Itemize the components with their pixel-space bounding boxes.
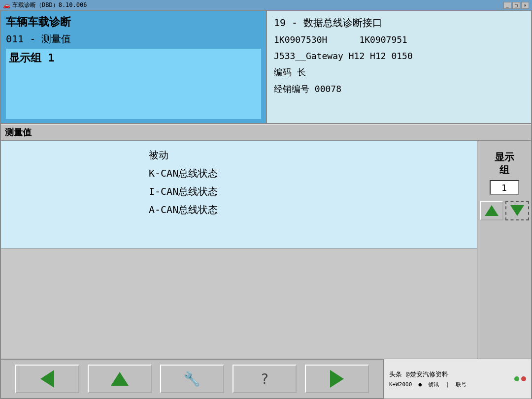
status-text: 头条 @楚安汽修资料 K+W2000 ● 侦讯 | 联号 <box>389 370 509 388</box>
help-icon: ? <box>261 371 269 387</box>
part-number-1: 1K0907530H <box>274 34 327 45</box>
diagnosis-interface-title: 19 - 数据总线诊断接口 <box>274 16 524 30</box>
controls-panel: 显示组 1 <box>477 141 531 359</box>
data-item-2: I-CAN总线状态 <box>149 185 467 198</box>
status-bar: 头条 @楚安汽修资料 K+W2000 ● 侦讯 | 联号 <box>383 359 531 399</box>
increment-button[interactable] <box>480 201 503 220</box>
status-dot-red <box>521 376 526 381</box>
gateway-info: J533__Gateway H12 H12 0150 <box>274 50 524 62</box>
bottom-toolbar: 🔧 ? 头条 @楚安汽修资料 K+W2000 ● 侦讯 | 联号 <box>1 359 531 398</box>
toolbar-left: 🔧 ? <box>1 365 383 393</box>
car-button[interactable]: 🔧 <box>160 365 224 393</box>
status-item-2: 联号 <box>456 381 466 388</box>
up-button[interactable] <box>88 365 152 393</box>
forward-button[interactable] <box>305 365 369 393</box>
car-icon: 🔧 <box>183 371 200 387</box>
title-bar-controls[interactable]: _ □ × <box>503 2 529 9</box>
display-group-value[interactable]: 1 <box>490 180 519 195</box>
status-item-1: 侦讯 <box>428 381 439 388</box>
title-bar-left: 🚗 车载诊断（DBD）8.10.006 <box>3 1 87 9</box>
maximize-button[interactable]: □ <box>512 2 520 9</box>
back-arrow-icon <box>40 370 54 388</box>
decrement-button[interactable] <box>505 201 529 220</box>
watermark-text: 头条 @楚安汽修资料 <box>389 370 509 379</box>
vehicle-diagnosis-title: 车辆车载诊断 <box>6 15 261 30</box>
data-panel: 被动 K-CAN总线状态 I-CAN总线状态 A-CAN总线状态 <box>1 141 477 359</box>
section-label: 测量值 <box>5 127 32 137</box>
data-bottom <box>1 249 477 359</box>
data-item-1: K-CAN总线状态 <box>149 167 467 180</box>
controls-buttons <box>480 201 529 220</box>
up-arrow-icon <box>485 205 499 216</box>
main-window: 车辆车载诊断 011 - 测量值 显示组 1 19 - 数据总线诊断接口 1K0… <box>0 11 532 399</box>
status-dot-green <box>514 376 519 381</box>
encoding-info: 编码 长 <box>274 66 524 78</box>
app-icon: 🚗 <box>3 2 10 9</box>
section-label-bar: 测量值 <box>1 124 531 141</box>
data-top: 被动 K-CAN总线状态 I-CAN总线状态 A-CAN总线状态 <box>1 141 477 249</box>
left-panel: 车辆车载诊断 011 - 测量值 显示组 1 <box>1 11 267 123</box>
data-item-3: A-CAN总线状态 <box>149 203 467 216</box>
data-item-0: 被动 <box>149 149 467 162</box>
title-bar: 🚗 车载诊断（DBD）8.10.006 _ □ × <box>0 0 532 11</box>
measurement-section: 被动 K-CAN总线状态 I-CAN总线状态 A-CAN总线状态 显示组 1 <box>1 141 531 359</box>
display-group-highlight: 显示组 1 <box>6 49 261 119</box>
up-nav-arrow-icon <box>111 372 129 386</box>
minimize-button[interactable]: _ <box>503 2 511 9</box>
help-button[interactable]: ? <box>233 365 297 393</box>
down-arrow-icon <box>510 205 524 216</box>
part-numbers: 1K0907530H 1K0907951 <box>274 33 524 46</box>
top-section: 车辆车载诊断 011 - 测量值 显示组 1 19 - 数据总线诊断接口 1K0… <box>1 11 531 124</box>
content-area: 被动 K-CAN总线状态 I-CAN总线状态 A-CAN总线状态 显示组 1 <box>1 141 531 359</box>
status-subtext: K+W2000 ● 侦讯 | 联号 <box>389 381 509 388</box>
measurement-subtitle: 011 - 测量值 <box>6 32 261 46</box>
forward-arrow-icon <box>330 370 344 388</box>
display-group-controls-label: 显示组 <box>495 151 514 176</box>
display-group-label: 显示组 1 <box>9 51 55 65</box>
title-bar-text: 车载诊断（DBD）8.10.006 <box>12 1 87 9</box>
back-button[interactable] <box>15 365 79 393</box>
dealer-number: 经销编号 00078 <box>274 83 524 95</box>
close-button[interactable]: × <box>521 2 529 9</box>
right-panel: 19 - 数据总线诊断接口 1K0907530H 1K0907951 J533_… <box>267 11 531 123</box>
part-number-2: 1K0907951 <box>359 34 407 45</box>
status-dots <box>514 376 526 381</box>
